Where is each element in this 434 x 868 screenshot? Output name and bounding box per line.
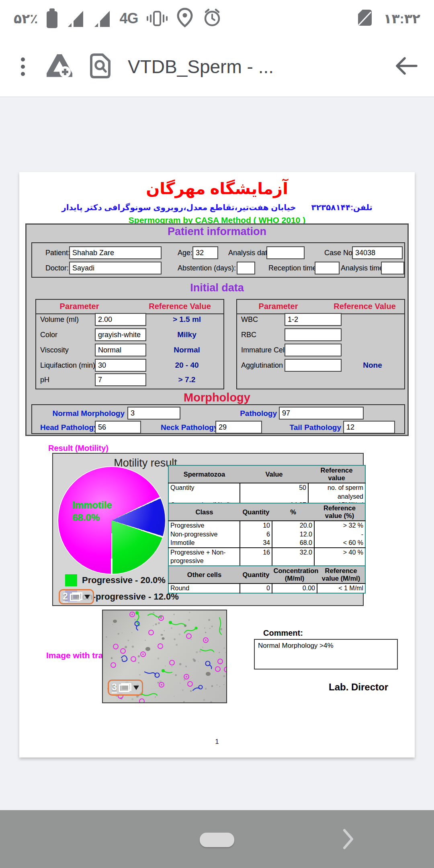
table-row: Immotile 34 68.0 < 60 %	[168, 538, 365, 548]
microscopy-image: 3	[102, 610, 227, 703]
col-reference: Reference Value	[328, 302, 402, 311]
video-annotation-2[interactable]: 2	[59, 589, 94, 604]
document-title: VTDB_Sperm - ...	[128, 56, 274, 78]
patient-label: Patient:	[45, 247, 70, 259]
comment-box: Normal Morphology >4%	[254, 639, 398, 669]
overflow-menu-icon[interactable]	[21, 57, 25, 76]
play-caret-icon	[84, 595, 90, 599]
result-motility-label: Result (Motility)	[48, 444, 108, 453]
param-label: Viscosity	[40, 344, 69, 356]
motility-class-table: Class Quantity % Reference value (%) Pro…	[168, 503, 366, 566]
add-to-drive-icon[interactable]	[47, 54, 72, 79]
col-reference: Reference Value	[139, 302, 221, 311]
normal-morphology-label: Normal Morphology	[44, 406, 125, 420]
signal-icon	[66, 10, 84, 27]
other-cells-table: Other cells Quantity Concentration (M/ml…	[168, 565, 366, 594]
gesture-nav-bar	[0, 810, 434, 868]
battery-icon	[47, 11, 57, 28]
reception-time-field	[315, 262, 340, 274]
pdf-scroll-area[interactable]: آزمایشگاه مهرگان خیابان هفت‌تیر،تقاطع مع…	[0, 97, 434, 810]
back-arrow-icon[interactable]	[395, 57, 418, 77]
param-ref: Milky	[153, 330, 221, 339]
find-in-document-icon[interactable]	[89, 53, 112, 80]
frames-icon	[119, 683, 131, 692]
param-ref: Normal	[153, 346, 221, 354]
lab-address-line: خیابان هفت‌تیر،تقاطع معدل،روبروی سونوگرا…	[19, 203, 415, 212]
tail-pathology-label: Tail Pathology	[289, 420, 341, 434]
abstention-label: Abstention (days):	[178, 262, 236, 274]
home-pill-button[interactable]	[200, 833, 234, 847]
col-parameter: Parameter	[243, 302, 313, 311]
lab-director-label: Lab. Director	[329, 682, 388, 693]
neck-pathology-label: Neck Pathology	[161, 420, 213, 434]
param-ref: > 1.5 ml	[153, 315, 221, 324]
param-ref: > 7.2	[153, 375, 221, 384]
head-pathology-label: Head Pathology	[40, 420, 93, 434]
param-field	[285, 359, 342, 372]
clock-time: ۱۳:۳۲	[383, 11, 420, 27]
age-label: Age:	[178, 247, 192, 259]
initial-right-table: Parameter Reference Value WBC 1-2 RBC Im…	[236, 299, 405, 389]
param-field: 2.00	[95, 313, 146, 326]
abstention-field	[237, 262, 255, 274]
param-field	[285, 344, 342, 356]
play-caret-icon	[133, 686, 139, 690]
page-number: 1	[19, 738, 415, 746]
table-row: Non-progressive 6 12.0 -	[168, 530, 365, 539]
vibrate-icon	[147, 9, 168, 28]
param-field: 30	[95, 359, 146, 372]
param-field: grayish-white	[95, 328, 146, 341]
patient-info-header: Patient information	[27, 225, 407, 238]
param-field: 1-2	[285, 313, 342, 326]
param-label: Volume (ml)	[40, 313, 79, 326]
doctor-label: Doctor:	[45, 262, 69, 274]
battery-percent: ۵۲٪	[14, 11, 38, 27]
param-label: Liquifaction (min)	[40, 359, 95, 371]
legend-swatch-progressive	[65, 574, 77, 586]
table-row: Progressive 10 20.0 > 32 %	[168, 521, 365, 530]
motility-result-box: Motility result Immotile 68.0% Progressi…	[52, 453, 364, 606]
lab-phone: تلفن:۳۲۳۵۸۱۴۴	[311, 203, 372, 212]
param-label: Agglutination	[241, 359, 283, 371]
network-type-label: 4G	[119, 10, 138, 27]
initial-data-header: Initial data	[27, 282, 407, 294]
analysis-date-field	[266, 246, 305, 259]
status-bar: ۵۲٪ 4G ۱۳:۳۲	[0, 0, 434, 37]
table-row: Round 0 0.00 < 1 M/ml	[168, 583, 365, 593]
back-chevron-icon[interactable]	[342, 828, 354, 852]
param-label: pH	[40, 374, 49, 386]
table-row: Progressive + Non-progressive 16 32.0 > …	[168, 548, 365, 566]
signal-icon-2	[93, 10, 111, 27]
param-label: WBC	[241, 313, 258, 326]
status-left: ۵۲٪ 4G	[14, 8, 222, 29]
frames-icon	[70, 592, 82, 601]
pathology-field: 97	[279, 407, 364, 420]
sd-card-icon	[357, 9, 373, 28]
table-row: Quantity 50 no. of sperm analysed	[168, 483, 365, 501]
legend-progressive-label: Progressive - 20.0%	[82, 574, 166, 586]
initial-left-table: Parameter Reference Value Volume (ml) 2.…	[35, 299, 224, 389]
tail-pathology-field: 12	[343, 421, 395, 434]
param-field: 7	[95, 373, 146, 386]
analysis-time-label: Analysis time:	[341, 262, 385, 274]
morphology-box: Normal Morphology 3 Pathology 97 Head Pa…	[31, 404, 405, 434]
lab-name: آزمایشگاه مهرگان	[19, 179, 415, 198]
pathology-label: Pathology	[227, 406, 277, 420]
reception-time-label: Reception time:	[268, 262, 319, 274]
patient-info-box: Patient: Shahab Zare Age: 32 Analysis da…	[31, 242, 405, 278]
video-annotation-number: 2	[63, 592, 68, 602]
lab-address: خیابان هفت‌تیر،تقاطع معدل،روبروی سونوگرا…	[61, 203, 296, 212]
param-field: Normal	[95, 344, 146, 356]
doctor-field: Sayadi	[69, 262, 162, 274]
video-annotation-number: 3	[112, 682, 117, 693]
param-ref: None	[342, 361, 403, 370]
normal-morphology-field: 3	[127, 407, 180, 420]
patient-field: Shahab Zare	[69, 246, 162, 259]
pdf-viewer-toolbar: VTDB_Sperm - ...	[0, 37, 434, 97]
status-right: ۱۳:۳۲	[357, 9, 420, 28]
video-annotation-3[interactable]: 3	[108, 680, 143, 696]
col-parameter: Parameter	[42, 302, 117, 311]
param-label: Color	[40, 329, 57, 341]
location-icon	[176, 8, 193, 29]
comment-label: Comment:	[263, 628, 303, 638]
